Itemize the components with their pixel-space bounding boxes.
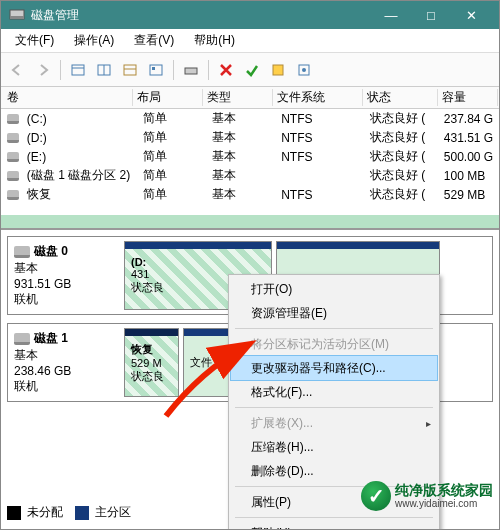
volume-row[interactable]: (磁盘 1 磁盘分区 2)简单基本状态良好 (100 MB [1,166,499,185]
app-icon [9,6,25,25]
vol-capacity: 500.00 G [440,150,499,164]
partition[interactable]: 恢复529 M状态良 [124,328,179,397]
volume-icon [7,114,19,124]
vol-name: (D:) [23,131,139,145]
part-status: 状态良 [131,369,172,384]
svg-point-13 [302,68,306,72]
volume-row[interactable]: (D:)简单基本NTFS状态良好 (431.51 G [1,128,499,147]
svg-rect-9 [152,67,155,70]
legend-primary-label: 主分区 [95,504,131,521]
settings-icon[interactable] [292,58,316,82]
menu-help[interactable]: 帮助(H) [184,30,245,51]
volume-icon [7,133,19,143]
vol-type: 基本 [208,129,277,146]
col-capacity[interactable]: 容量 [438,89,498,106]
ctx-change-drive-letter[interactable]: 更改驱动器号和路径(C)... [231,356,437,380]
vol-name: 恢复 [23,186,139,203]
vol-fs: NTFS [277,150,366,164]
ctx-format[interactable]: 格式化(F)... [231,380,437,404]
vol-name: (E:) [23,150,139,164]
disk-name: 磁盘 1 [34,330,68,347]
volume-row[interactable]: (C:)简单基本NTFS状态良好 (237.84 G [1,109,499,128]
disk-kind: 基本 [14,347,114,364]
disk-state: 联机 [14,291,114,308]
details-icon[interactable] [118,58,142,82]
properties-icon[interactable] [144,58,168,82]
legend-unalloc-label: 未分配 [27,504,63,521]
vol-layout: 简单 [139,148,208,165]
vol-status: 状态良好 ( [366,167,440,184]
col-type[interactable]: 类型 [203,89,273,106]
vol-status: 状态良好 ( [366,110,440,127]
menu-view[interactable]: 查看(V) [124,30,184,51]
svg-rect-1 [10,16,24,19]
vol-fs: NTFS [277,188,366,202]
vol-layout: 简单 [139,186,208,203]
svg-rect-10 [185,68,197,74]
nav-back-icon[interactable] [5,58,29,82]
disk-size: 238.46 GB [14,364,114,378]
check-icon[interactable] [240,58,264,82]
col-status[interactable]: 状态 [363,89,438,106]
vol-name: (磁盘 1 磁盘分区 2) [23,167,139,184]
vol-type: 基本 [208,186,277,203]
svg-rect-8 [150,65,162,75]
vol-type: 基本 [208,167,277,184]
col-filesystem[interactable]: 文件系统 [273,89,363,106]
delete-x-icon[interactable] [214,58,238,82]
vol-capacity: 431.51 G [440,131,499,145]
vol-capacity: 529 MB [440,188,499,202]
ctx-shrink-volume[interactable]: 压缩卷(H)... [231,435,437,459]
ctx-delete-volume[interactable]: 删除卷(D)... [231,459,437,483]
vol-status: 状态良好 ( [366,186,440,203]
vol-fs: NTFS [277,131,366,145]
menu-bar: 文件(F) 操作(A) 查看(V) 帮助(H) [1,29,499,53]
vol-type: 基本 [208,110,277,127]
toolbar [1,53,499,87]
refresh-icon[interactable] [92,58,116,82]
maximize-button[interactable]: □ [411,1,451,29]
col-layout[interactable]: 布局 [133,89,203,106]
watermark-badge-icon: ✓ [361,481,391,511]
volume-list: 卷 布局 类型 文件系统 状态 容量 (C:)简单基本NTFS状态良好 (237… [1,87,499,230]
vol-name: (C:) [23,112,139,126]
disk-icon [14,246,30,258]
nav-forward-icon[interactable] [31,58,55,82]
legend-primary-swatch [75,506,89,520]
ctx-mark-active: 将分区标记为活动分区(M) [231,332,437,356]
watermark: ✓ 纯净版系统家园 www.yidaimei.com [361,481,493,511]
vol-layout: 简单 [139,129,208,146]
disk-name: 磁盘 0 [34,243,68,260]
volume-icon [7,152,19,162]
note-icon[interactable] [266,58,290,82]
tool-disk-icon[interactable] [179,58,203,82]
disk-icon [14,333,30,345]
volume-list-padding [1,204,499,228]
volume-header-row: 卷 布局 类型 文件系统 状态 容量 [1,87,499,109]
vol-status: 状态良好 ( [366,129,440,146]
vol-fs: NTFS [277,112,366,126]
ctx-explorer[interactable]: 资源管理器(E) [231,301,437,325]
svg-rect-11 [273,65,283,75]
volume-row[interactable]: 恢复简单基本NTFS状态良好 (529 MB [1,185,499,204]
ctx-open[interactable]: 打开(O) [231,277,437,301]
ctx-extend-volume: 扩展卷(X)...▸ [231,411,437,435]
title-bar: 磁盘管理 — □ ✕ [1,1,499,29]
watermark-line1: 纯净版系统家园 [395,483,493,498]
view-list-icon[interactable] [66,58,90,82]
ctx-help[interactable]: 帮助(H) [231,521,437,530]
vol-layout: 简单 [139,167,208,184]
col-name[interactable]: 卷 [3,89,133,106]
close-button[interactable]: ✕ [451,1,491,29]
disk-kind: 基本 [14,260,114,277]
disk-state: 联机 [14,378,114,395]
legend-unalloc-swatch [7,506,21,520]
volume-row[interactable]: (E:)简单基本NTFS状态良好 (500.00 G [1,147,499,166]
menu-action[interactable]: 操作(A) [64,30,124,51]
minimize-button[interactable]: — [371,1,411,29]
watermark-line2: www.yidaimei.com [395,498,493,509]
window-title: 磁盘管理 [31,7,371,24]
menu-file[interactable]: 文件(F) [5,30,64,51]
volume-icon [7,171,19,181]
vol-capacity: 237.84 G [440,112,499,126]
